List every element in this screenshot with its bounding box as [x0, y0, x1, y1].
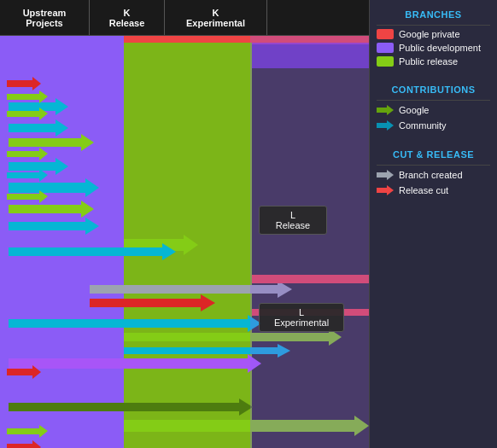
legend-panel: BRANCHES Google private Public developme…: [369, 0, 497, 448]
svg-rect-65: [377, 108, 387, 113]
legend-item-public-dev: Public development: [377, 43, 490, 53]
svg-rect-26: [9, 247, 162, 256]
release-cut-label: Release cut: [399, 185, 448, 195]
google-arrow-icon: [377, 104, 394, 116]
google-private-swatch: [377, 29, 394, 39]
legend-contributions: CONTRIBUTIONS Google Community: [370, 75, 497, 140]
svg-rect-32: [9, 319, 248, 328]
svg-marker-70: [387, 170, 394, 180]
col-header-upstream: Upstream Projects: [0, 0, 90, 35]
main-container: Upstream Projects K Release K Experiment…: [0, 0, 497, 448]
svg-rect-69: [377, 172, 387, 177]
svg-rect-56: [7, 172, 39, 178]
svg-marker-72: [387, 185, 394, 195]
legend-item-community: Community: [377, 119, 490, 131]
svg-marker-66: [387, 105, 394, 115]
svg-rect-30: [90, 299, 201, 307]
public-dev-swatch: [377, 43, 394, 53]
branch-created-label: Branch created: [399, 170, 463, 180]
cut-release-title: CUT & RELEASE: [377, 145, 490, 163]
legend-item-google: Google: [377, 104, 490, 116]
svg-rect-36: [9, 358, 248, 369]
svg-rect-64: [250, 36, 369, 448]
svg-rect-16: [9, 162, 56, 171]
svg-rect-71: [377, 188, 387, 193]
release-cut-arrow-icon: [377, 184, 394, 196]
legend-item-google-private: Google private: [377, 29, 490, 39]
svg-rect-58: [7, 194, 39, 200]
community-label: Community: [399, 120, 447, 131]
legend-branches: BRANCHES Google private Public developme…: [370, 0, 497, 75]
svg-rect-22: [9, 222, 85, 230]
public-dev-label: Public development: [399, 43, 481, 53]
legend-item-public-release: Public release: [377, 56, 490, 67]
diagram-svg: [0, 36, 369, 448]
legend-item-release-cut: Release cut: [377, 184, 490, 196]
svg-rect-54: [7, 151, 39, 157]
public-release-swatch: [377, 56, 394, 67]
branches-title: BRANCHES: [377, 5, 490, 23]
svg-rect-42: [7, 444, 32, 448]
svg-rect-67: [377, 123, 387, 128]
svg-rect-20: [9, 205, 81, 213]
branch-created-arrow-icon: [377, 169, 394, 181]
legend-cut-release: CUT & RELEASE Branch created Release cut: [370, 140, 497, 205]
col-header-k-exp: K Experimental: [165, 0, 267, 35]
diagram-area: Upstream Projects K Release K Experiment…: [0, 0, 369, 448]
svg-rect-60: [7, 428, 39, 434]
svg-rect-10: [9, 102, 56, 111]
community-arrow-icon: [377, 119, 394, 131]
col-header-k-release: K Release: [90, 0, 165, 35]
svg-rect-18: [9, 183, 85, 193]
svg-rect-50: [7, 94, 39, 100]
l-release-tooltip: L Release: [259, 206, 327, 235]
svg-rect-46: [9, 403, 239, 411]
svg-rect-52: [7, 111, 39, 117]
svg-rect-38: [7, 80, 32, 87]
column-headers: Upstream Projects K Release K Experiment…: [0, 0, 369, 36]
legend-item-branch-created: Branch created: [377, 169, 490, 181]
svg-rect-28: [90, 285, 278, 294]
svg-rect-14: [9, 138, 81, 147]
col-header-rest: [267, 0, 369, 35]
contributions-title: CONTRIBUTIONS: [377, 80, 490, 98]
public-release-label: Public release: [399, 56, 458, 67]
svg-rect-12: [9, 124, 56, 132]
google-private-label: Google private: [399, 29, 460, 39]
google-label: Google: [399, 105, 429, 115]
svg-marker-68: [387, 120, 394, 131]
svg-rect-40: [7, 369, 32, 375]
l-experimental-tooltip: L Experimental: [259, 303, 344, 332]
